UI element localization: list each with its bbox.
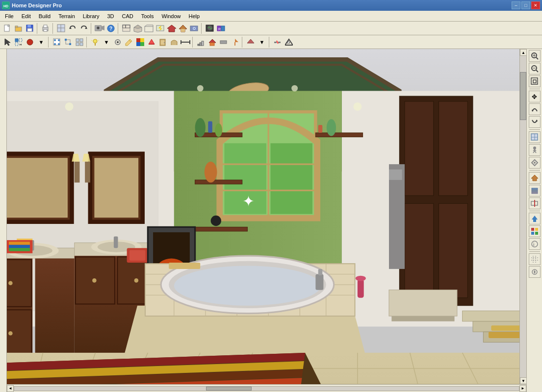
svg-rect-193 [169,263,200,269]
3d-view-doll-house[interactable] [132,23,143,34]
zoom-fit-button[interactable] [529,75,541,87]
svg-rect-92 [274,42,277,43]
menu-tools[interactable]: Tools [137,12,158,20]
light-fixture[interactable] [90,37,101,48]
svg-line-65 [91,40,93,41]
hscroll-left-button[interactable]: ◄ [7,385,14,392]
roof-view[interactable] [166,23,177,34]
vscroll-thumb[interactable] [520,72,526,120]
key-frame[interactable] [529,266,541,278]
electrical-view[interactable] [155,23,166,34]
roof-plane-drop[interactable] [245,37,256,48]
camera-view[interactable] [178,23,188,34]
break-wall[interactable] [272,37,283,48]
svg-rect-124 [315,133,362,137]
svg-marker-86 [209,39,216,43]
zoom-out-button[interactable] [529,63,541,74]
menu-help[interactable]: Help [185,12,204,20]
svg-rect-225 [489,332,519,338]
svg-rect-140 [94,158,138,218]
svg-rect-47 [19,39,22,42]
svg-rect-88 [220,41,227,44]
rendering-options[interactable] [205,23,215,34]
svg-rect-3 [8,25,9,26]
redo-button[interactable] [78,23,89,34]
svg-rect-170 [9,245,30,248]
measure-tool[interactable] [180,37,191,48]
menu-build[interactable]: Build [35,12,54,20]
svg-point-116 [195,118,206,137]
open-button[interactable] [13,23,24,34]
dolly-button[interactable] [529,157,541,169]
svg-text:✥: ✥ [532,93,537,100]
color-picker[interactable] [135,37,146,48]
transform-object[interactable] [63,37,74,48]
grid-snap[interactable] [529,253,541,265]
menu-terrain[interactable]: Terrain [54,12,79,20]
zoom-in-button[interactable] [529,50,541,62]
camera-place[interactable] [112,37,123,48]
arch-tool[interactable] [169,37,180,48]
menu-window[interactable]: Window [157,12,184,20]
object-properties[interactable]: i [529,238,541,250]
wall-tool[interactable] [218,37,229,48]
erase-tool[interactable] [146,37,157,48]
pan-view-button[interactable]: ✥ [529,91,541,102]
new-button[interactable] [2,23,13,34]
edit-object[interactable] [52,37,62,48]
menu-edit[interactable]: Edit [18,12,35,20]
svg-rect-72 [140,38,144,42]
menu-3d[interactable]: 3D [103,12,118,20]
svg-rect-167 [129,250,145,260]
help-button[interactable]: ? [105,23,116,34]
mountain-tool[interactable] [284,37,294,48]
color-fill-drop[interactable]: ▼ [36,37,47,48]
spin-button[interactable] [529,116,541,128]
move-up-floor[interactable] [529,213,541,224]
print-button[interactable] [40,23,51,34]
undo-button[interactable] [67,23,78,34]
toolbar-square[interactable] [56,23,67,34]
roof-tool[interactable] [207,37,218,48]
door-tool[interactable] [157,37,168,48]
scroll-down-button[interactable]: ▼ [520,377,526,384]
layers-panel[interactable] [529,185,541,196]
save-button[interactable] [25,23,35,34]
walkthrough-view[interactable] [189,23,200,34]
walk-mode[interactable] [529,144,541,156]
svg-rect-57 [65,39,67,41]
svg-point-165 [134,278,139,283]
svg-rect-93 [278,42,281,43]
3d-framing[interactable] [144,23,155,34]
select-similar[interactable] [13,37,24,48]
cross-section[interactable] [529,197,541,209]
select-tool[interactable] [2,37,13,48]
light-drop[interactable]: ▼ [101,37,112,48]
toolbar-camera[interactable] [94,23,105,34]
maximize-button[interactable]: □ [521,1,530,9]
menu-cad[interactable]: CAD [118,12,137,20]
scroll-up-button[interactable]: ▲ [520,49,526,56]
svg-point-249 [533,147,536,149]
roof-plane-arrow[interactable]: ▼ [257,37,267,48]
framing-tool[interactable] [230,37,240,48]
floorplan-view[interactable] [121,23,132,34]
draw-pencil[interactable] [124,37,134,48]
select-materials[interactable] [529,225,541,237]
menu-library[interactable]: Library [79,12,103,20]
minimize-button[interactable]: – [512,1,520,9]
house-overview[interactable] [529,172,541,184]
material-renderer[interactable]: R [216,23,227,34]
vscroll-track [520,56,526,377]
svg-text:?: ? [109,26,112,31]
select-3d-button[interactable] [529,131,541,143]
hscroll-thumb[interactable] [206,387,252,391]
hscroll-right-button[interactable]: ► [519,385,526,392]
menu-file[interactable]: File [1,12,18,20]
close-button[interactable]: ✕ [531,1,540,9]
stair-tool[interactable] [196,37,206,48]
paint-circle[interactable] [25,37,35,48]
select-grid[interactable] [74,37,85,48]
orbit-button[interactable] [529,103,541,115]
svg-point-52 [54,39,56,41]
